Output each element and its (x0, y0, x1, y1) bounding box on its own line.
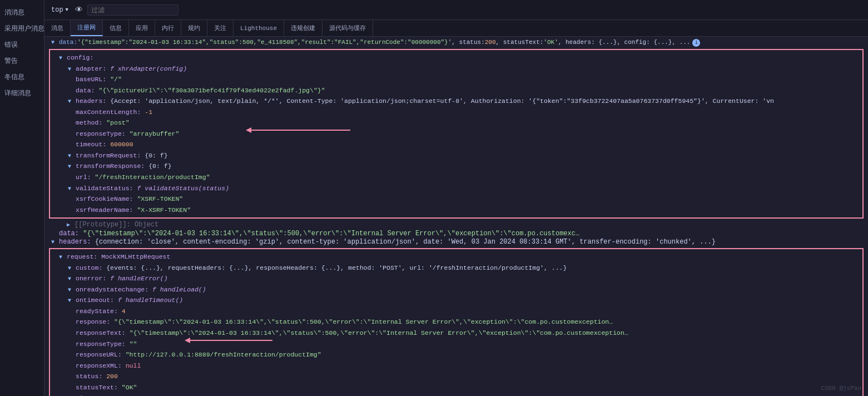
request-expand[interactable] (59, 253, 65, 262)
sidebar: 消消息 采用用户消息 错误 警告 冬信息 详细消息 (0, 0, 44, 396)
tab-messages[interactable]: 消息 (44, 20, 71, 36)
tab-source-cache[interactable]: 源代码与缓存 (323, 20, 373, 36)
xsrfcookiename-line: xsrfCookieName: "XSRF-TOKEN" (50, 194, 862, 205)
maxcontentlength-line: maxContentLength: -1 (50, 107, 862, 118)
config-title-line: config: (50, 52, 862, 63)
timeout-line-1: timeout: 600000 (50, 139, 862, 150)
validatestatus-line: validateStatus: f validateStatus(status) (50, 183, 862, 194)
config-expand[interactable] (59, 53, 65, 63)
baseurl-line: baseURL: "/" (50, 74, 862, 85)
dropdown-arrow-icon: ▼ (66, 7, 68, 13)
sidebar-item-user-messages[interactable]: 采用用户消息 (0, 21, 44, 37)
config-tree: config: adapter: f xhrAdapter(config) ba… (50, 52, 862, 215)
tab-app[interactable]: 应用 (129, 20, 155, 36)
sidebar-item-warnings[interactable]: 警告 (0, 53, 44, 69)
ontimeout-expand[interactable] (68, 296, 73, 305)
arrow-annotation-2 (189, 340, 272, 341)
transformrequest-line: transformRequest: {0: f} (50, 150, 862, 161)
timeout-inner-line: timeout: 600000 (50, 393, 862, 396)
tab-info[interactable]: 信息 (103, 20, 129, 36)
transformrequest-expand[interactable] (68, 151, 73, 161)
xsrfheadername-line: xsrfHeaderName: "X-XSRF-TOKEN" (50, 205, 862, 216)
content-area[interactable]: data: '{"timestamp":"2024-01-03 16:33:14… (44, 37, 868, 396)
headers-expand[interactable] (68, 97, 73, 106)
arrow-annotation-1 (250, 130, 350, 131)
responsetext-line: responseText: "{\"timestamp\":\"2024-01-… (50, 328, 862, 339)
responsetype-line-2: responseType: "" (50, 339, 862, 350)
prototype-line-1: [[Prototype]]: Object (49, 221, 864, 229)
onreadystatechange-expand[interactable] (68, 285, 73, 295)
status-inner-line: status: 200 (50, 371, 862, 382)
sidebar-item-verbose[interactable]: 详细消息 (0, 85, 44, 101)
headers-middle-expand[interactable] (51, 239, 57, 245)
adapter-line: adapter: f xhrAdapter(config) (50, 63, 862, 75)
sidebar-item-info[interactable]: 冬信息 (0, 69, 44, 85)
response-line: response: "{\"timestamp\":\"2024-01-03 1… (50, 316, 862, 328)
data-middle-line: data: "{\"timestamp\":\"2024-01-03 16:33… (49, 229, 864, 238)
proto-expand-1[interactable] (67, 221, 72, 228)
watermark: CSDN @jsPao (821, 385, 861, 392)
content-inner: data: '{"timestamp":"2024-01-03 16:33:14… (44, 39, 868, 396)
request-title-line: request: MockXMLHttpRequest (50, 251, 862, 263)
statustext-inner-line: statusText: "OK" (50, 382, 862, 393)
request-box: request: MockXMLHttpRequest custom: {eve… (49, 248, 864, 396)
readystate-line: readyState: 4 (50, 306, 862, 317)
request-tree: request: MockXMLHttpRequest custom: {eve… (50, 251, 862, 396)
responseurl-line: responseURL: "http://127.0.0.1:8889/fres… (50, 349, 862, 360)
info-icon[interactable]: i (692, 39, 700, 47)
tab-attention[interactable]: 关注 (207, 20, 234, 36)
responsetype-line-1: responseType: "arraybuffer" (50, 128, 862, 140)
onerror-line: onerror: f handleError() (50, 273, 862, 284)
data-line: data: "{\"pictureUrl\":\"f30a3071befc41f… (50, 85, 862, 96)
custom-expand[interactable] (68, 264, 73, 273)
eye-icon: 👁 (75, 6, 83, 14)
transformresponse-line: transformResponse: {0: f} (50, 161, 862, 172)
top-button[interactable]: top ▼ (49, 5, 71, 15)
summary-expand[interactable] (51, 39, 57, 46)
responsexml-line: responseXML: null (50, 360, 862, 372)
eye-button[interactable]: 👁 (75, 6, 83, 14)
toolbar: top ▼ 👁 (44, 0, 868, 20)
tab-insider[interactable]: 内行 (155, 20, 181, 36)
adapter-expand[interactable] (68, 65, 73, 74)
tab-lighthouse[interactable]: Lighthouse (234, 20, 284, 36)
headers-middle-line: headers: {connection: 'close', content-e… (49, 238, 864, 246)
method-line: method: "post" (50, 117, 862, 128)
summary-line: data: '{"timestamp":"2024-01-03 16:33:14… (49, 39, 864, 47)
ontimeout-line: ontimeout: f handleTimeout() (50, 295, 862, 306)
headers-line: headers: {Accept: 'application/json, tex… (50, 96, 862, 107)
custom-line: custom: {events: {...}, requestHeaders: … (50, 263, 862, 274)
sidebar-item-errors[interactable]: 错误 (0, 37, 44, 53)
url-line-1: url: "/freshInteraction/productImg" (50, 172, 862, 183)
tab-register[interactable]: 注册网 (71, 20, 103, 36)
tab-violations[interactable]: 违规创建 (284, 20, 323, 36)
transformresponse-expand[interactable] (68, 162, 73, 171)
main-area: top ▼ 👁 消息 注册网 信息 应用 内行 规约 关注 Lighthouse… (44, 0, 868, 396)
validatestatus-expand[interactable] (68, 184, 73, 194)
nav-tabs: 消息 注册网 信息 应用 内行 规约 关注 Lighthouse 违规创建 源代… (44, 20, 868, 37)
config-box: config: adapter: f xhrAdapter(config) ba… (49, 49, 864, 219)
sidebar-item-messages[interactable]: 消消息 (0, 4, 44, 21)
filter-input[interactable] (87, 4, 178, 16)
tab-rules[interactable]: 规约 (181, 20, 207, 36)
onreadystatechange-line: onreadystatechange: f handleLoad() (50, 284, 862, 295)
onerror-expand[interactable] (68, 274, 73, 284)
